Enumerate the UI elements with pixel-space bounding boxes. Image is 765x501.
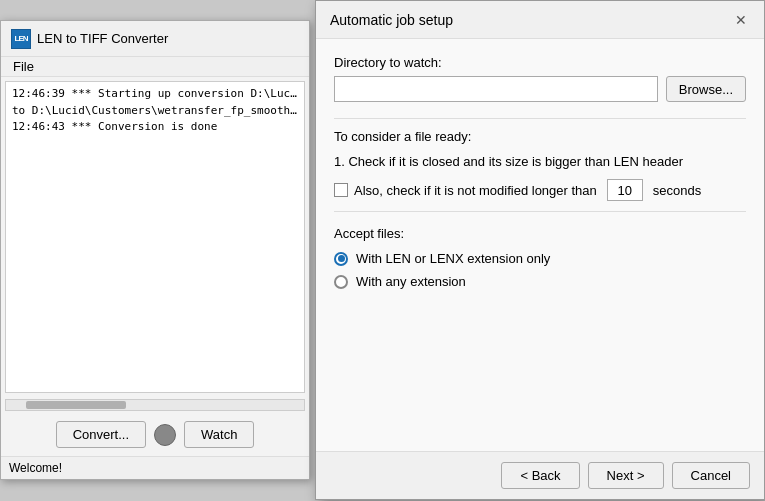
dialog-content: Directory to watch: Browse... To conside… xyxy=(316,39,764,451)
close-icon[interactable]: ✕ xyxy=(732,11,750,29)
dialog-title: Automatic job setup xyxy=(330,12,453,28)
file-ready-label: To consider a file ready: xyxy=(334,129,746,144)
dialog-titlebar: Automatic job setup ✕ xyxy=(316,1,764,39)
checkbox-label: Also, check if it is not modified longer… xyxy=(354,183,597,198)
modified-check-row: Also, check if it is not modified longer… xyxy=(334,179,746,201)
radio-any-button[interactable] xyxy=(334,275,348,289)
app-icon: LEN xyxy=(11,29,31,49)
log-line-1: 12:46:39 *** Starting up conversion D:\L… xyxy=(12,86,298,103)
convert-button[interactable]: Convert... xyxy=(56,421,146,448)
status-text: Welcome! xyxy=(9,461,62,475)
directory-input[interactable] xyxy=(334,76,658,102)
radio-len-label: With LEN or LENX extension only xyxy=(356,251,550,266)
radio-any-label: With any extension xyxy=(356,274,466,289)
browse-button[interactable]: Browse... xyxy=(666,76,746,102)
next-button[interactable]: Next > xyxy=(588,462,664,489)
dialog-window: Automatic job setup ✕ Directory to watch… xyxy=(315,0,765,500)
status-bar: Welcome! xyxy=(1,456,309,479)
main-window: LEN LEN to TIFF Converter File 12:46:39 … xyxy=(0,20,310,480)
directory-row: Browse... xyxy=(334,76,746,102)
modified-checkbox[interactable] xyxy=(334,183,348,197)
file-menu[interactable]: File xyxy=(9,57,38,76)
back-button[interactable]: < Back xyxy=(501,462,579,489)
directory-label: Directory to watch: xyxy=(334,55,746,70)
log-line-3: 12:46:43 *** Conversion is done xyxy=(12,119,298,136)
main-buttons: Convert... Watch xyxy=(1,413,309,456)
cancel-button[interactable]: Cancel xyxy=(672,462,750,489)
accept-section: Accept files: With LEN or LENX extension… xyxy=(334,226,746,289)
radio-len-button[interactable] xyxy=(334,252,348,266)
main-window-title: LEN to TIFF Converter xyxy=(37,31,168,46)
dialog-footer: < Back Next > Cancel xyxy=(316,451,764,499)
seconds-input[interactable]: 10 xyxy=(607,179,643,201)
accept-label: Accept files: xyxy=(334,226,746,241)
separator-2 xyxy=(334,211,746,212)
radio-len-row: With LEN or LENX extension only xyxy=(334,251,746,266)
scrollbar-thumb[interactable] xyxy=(26,401,126,409)
menu-bar: File xyxy=(1,57,309,77)
main-titlebar: LEN LEN to TIFF Converter xyxy=(1,21,309,57)
log-area: 12:46:39 *** Starting up conversion D:\L… xyxy=(5,81,305,393)
step1-text: 1. Check if it is closed and its size is… xyxy=(334,154,746,169)
log-line-2: to D:\Lucid\Customers\wetransfer_fp_smoo… xyxy=(12,103,298,120)
separator-1 xyxy=(334,118,746,119)
stop-button[interactable] xyxy=(154,424,176,446)
radio-any-row: With any extension xyxy=(334,274,746,289)
watch-button[interactable]: Watch xyxy=(184,421,254,448)
seconds-label: seconds xyxy=(653,183,701,198)
horizontal-scrollbar[interactable] xyxy=(5,399,305,411)
